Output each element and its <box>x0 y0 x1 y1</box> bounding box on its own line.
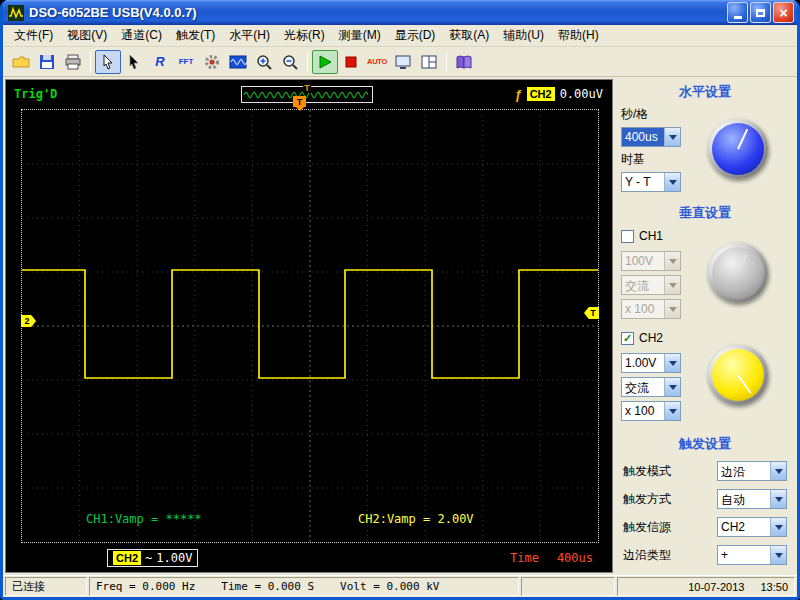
trigger-sweep-select[interactable]: 自动 <box>717 489 787 509</box>
open-button[interactable] <box>8 50 34 74</box>
edge-type-select[interactable]: + <box>717 545 787 565</box>
settings-button[interactable] <box>199 50 225 74</box>
ch2-coupling-symbol: ~ <box>145 551 152 565</box>
autoset-button[interactable]: AUTO <box>364 50 390 74</box>
trigger-frequency-icon: ƒ <box>514 87 521 102</box>
status-filler <box>521 577 615 596</box>
menu-acquire[interactable]: 获取(A) <box>442 25 496 46</box>
title-bar: DSO-6052BE USB(V4.0.0.7) × <box>3 0 797 25</box>
secdiv-label: 秒/格 <box>621 106 687 123</box>
chevron-down-icon[interactable] <box>770 518 786 536</box>
window-title: DSO-6052BE USB(V4.0.0.7) <box>29 5 725 20</box>
main-area: Trig'D T ƒ CH2 0.00uV <box>3 77 797 575</box>
horizontal-position-knob[interactable] <box>708 119 768 179</box>
waveform-window-button[interactable] <box>225 50 251 74</box>
chevron-down-icon[interactable] <box>770 490 786 508</box>
ch2-volts-select[interactable]: 1.00V <box>621 353 681 373</box>
ch2-scale-readout: CH2 ~ 1.00V <box>107 549 198 567</box>
ch2-volts-div: 1.00V <box>156 551 192 565</box>
close-button[interactable]: × <box>773 2 794 23</box>
trigger-mode-select[interactable]: 边沿 <box>717 461 787 481</box>
ch2-badge: CH2 <box>113 551 141 565</box>
save-floppy-icon <box>38 53 56 71</box>
ch1-checkbox[interactable] <box>621 230 634 243</box>
vertical-settings-title: 垂直设置 <box>621 204 789 222</box>
waveform-preview[interactable]: T <box>241 86 373 103</box>
ch1-coupling-select[interactable]: 交流 <box>621 275 681 295</box>
maximize-icon <box>756 9 765 17</box>
ch1-position-knob[interactable] <box>708 243 768 303</box>
ch1-label: CH1 <box>639 229 663 243</box>
save-button[interactable] <box>34 50 60 74</box>
ch1-probe-select[interactable]: x 100 <box>621 299 681 319</box>
trigger-source-select[interactable]: CH2 <box>717 517 787 537</box>
chevron-down-icon[interactable] <box>664 402 680 420</box>
menu-utility[interactable]: 辅助(U) <box>496 25 551 46</box>
fft-button[interactable]: FFT <box>173 50 199 74</box>
stop-button[interactable] <box>338 50 364 74</box>
chevron-down-icon[interactable] <box>664 354 680 372</box>
scope-grid <box>22 110 598 542</box>
stop-icon <box>342 53 360 71</box>
measurement-status: Freq = 0.000 Hz Time = 0.000 S Volt = 0.… <box>89 577 519 596</box>
timebase-label: 时基 <box>621 151 687 168</box>
menu-channel[interactable]: 通道(C) <box>114 25 169 46</box>
split-view-button[interactable] <box>416 50 442 74</box>
print-button[interactable] <box>60 50 86 74</box>
menu-file[interactable]: 文件(F) <box>7 25 60 46</box>
ch2-label: CH2 <box>639 331 663 345</box>
zoom-in-button[interactable] <box>251 50 277 74</box>
trigger-position-marker[interactable]: T <box>293 96 306 107</box>
menu-measure[interactable]: 测量(M) <box>332 25 388 46</box>
timebase-select[interactable]: Y - T <box>621 172 681 192</box>
zoom-out-button[interactable] <box>277 50 303 74</box>
ch1-volts-select[interactable]: 100V <box>621 251 681 271</box>
measure-cursor-button[interactable] <box>121 50 147 74</box>
help-button[interactable] <box>451 50 477 74</box>
ch2-coupling-select[interactable]: 交流 <box>621 377 681 397</box>
trigger-mode-row: 触发模式 边沿 <box>623 461 787 481</box>
preview-trigger-marker[interactable]: T <box>303 84 311 93</box>
ch2-position-knob[interactable] <box>708 345 768 405</box>
trigger-source-label: 触发信源 <box>623 519 671 536</box>
menu-display[interactable]: 显示(D) <box>388 25 443 46</box>
chevron-down-icon[interactable] <box>770 462 786 480</box>
secdiv-select[interactable]: 400us <box>621 127 681 147</box>
waveform-icon <box>229 53 247 71</box>
status-bar: 已连接 Freq = 0.000 Hz Time = 0.000 S Volt … <box>3 575 797 597</box>
split-panels-icon <box>420 53 438 71</box>
trigger-mode-label: 触发模式 <box>623 463 671 480</box>
menu-trigger[interactable]: 触发(T) <box>169 25 222 46</box>
scope-area: Trig'D T ƒ CH2 0.00uV <box>5 79 613 573</box>
chevron-down-icon[interactable] <box>664 378 680 396</box>
open-folder-icon <box>12 53 30 71</box>
menu-help[interactable]: 帮助(H) <box>551 25 606 46</box>
edge-type-row: 边沿类型 + <box>623 545 787 565</box>
minimize-button[interactable] <box>727 2 748 23</box>
trigger-level-value: 0.00uV <box>560 87 603 101</box>
close-icon: × <box>779 6 787 20</box>
chevron-down-icon[interactable] <box>664 128 680 146</box>
ch2-settings: ✓ CH2 1.00V 交流 x 100 <box>621 329 789 421</box>
gear-icon <box>203 53 221 71</box>
menu-view[interactable]: 视图(V) <box>60 25 114 46</box>
menu-horizontal[interactable]: 水平(H) <box>222 25 277 46</box>
chevron-down-icon[interactable] <box>664 173 680 191</box>
play-icon <box>316 53 334 71</box>
refresh-r-button[interactable]: R <box>147 50 173 74</box>
maximize-button[interactable] <box>750 2 771 23</box>
chevron-down-icon[interactable] <box>770 546 786 564</box>
display-mode-button[interactable] <box>390 50 416 74</box>
horizontal-settings: 秒/格 400us 时基 Y - T <box>621 106 789 192</box>
select-cursor-button[interactable] <box>95 50 121 74</box>
ch2-measurement-text: CH2:Vamp = 2.00V <box>358 512 474 526</box>
chevron-down-icon <box>664 300 680 318</box>
trigger-source-badge: CH2 <box>527 87 555 101</box>
menu-cursor[interactable]: 光标(R) <box>277 25 332 46</box>
run-button[interactable] <box>312 50 338 74</box>
zoom-out-icon <box>281 53 299 71</box>
edge-type-label: 边沿类型 <box>623 547 671 564</box>
zoom-in-icon <box>255 53 273 71</box>
ch2-probe-select[interactable]: x 100 <box>621 401 681 421</box>
ch2-checkbox[interactable]: ✓ <box>621 332 634 345</box>
